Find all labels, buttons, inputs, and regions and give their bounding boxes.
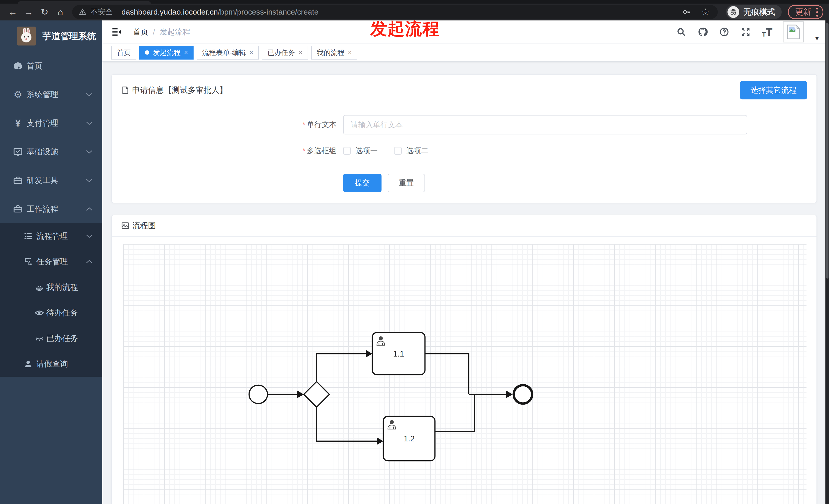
breadcrumb-current: 发起流程 [159,27,190,37]
chevron-down-icon [86,150,93,154]
back-icon[interactable]: ← [6,5,20,19]
app-header: 首页 / 发起流程 TT ▼ [102,21,829,43]
diagram-card-header: 流程图 [112,215,817,237]
person-icon [22,359,35,369]
app-logo-image [17,27,36,45]
checkbox-icon[interactable] [394,147,402,155]
diagram-card-title: 流程图 [132,220,156,231]
font-size-icon[interactable]: TT [761,26,773,38]
close-icon[interactable]: × [299,49,302,56]
home-icon[interactable]: ⌂ [53,5,68,19]
submit-button[interactable]: 提交 [343,174,382,192]
annotation-text: 发起流程 [370,17,440,40]
checkbox-option-1[interactable]: 选项一 [343,146,378,156]
incognito-badge: 无痕模式 [726,5,782,19]
avatar[interactable] [783,22,804,42]
reset-button[interactable]: 重置 [388,174,425,192]
incognito-label: 无痕模式 [743,7,775,17]
fullscreen-icon[interactable] [740,26,751,38]
omnibox-divider [117,8,117,16]
chevron-up-icon [86,207,93,211]
sidebar-item-todo-tasks[interactable]: 待办任务 [0,300,102,325]
checkbox-option-2[interactable]: 选项二 [394,146,429,156]
tag-form-edit[interactable]: 流程表单-编辑 × [196,46,259,60]
bpmn-canvas: 1.1 1.2 [123,237,806,504]
sidebar-item-system[interactable]: ⚙ 系统管理 [0,80,102,109]
tag-my-process[interactable]: 我的流程 × [311,46,358,60]
application-form-card: 申请信息【测试多审批人】 选择其它流程 *单行文本 *多选框组 选项一 选项二 [111,74,817,203]
browser-tab-strip [0,0,829,4]
reload-icon[interactable]: ↻ [37,5,52,19]
sidebar-item-task-mgmt[interactable]: 任务管理 [0,249,102,274]
close-icon[interactable]: × [348,49,352,56]
breadcrumb: 首页 / 发起流程 [133,27,190,37]
sidebar-item-payment[interactable]: ¥ 支付管理 [0,109,102,138]
sidebar-item-workflow[interactable]: 工作流程 [0,195,102,223]
image-icon [121,221,130,230]
branch-icon [22,257,35,267]
briefcase-icon [11,204,25,214]
bpmn-end-event [514,385,532,403]
browser-active-tab[interactable] [18,1,151,4]
chevron-down-icon [86,179,93,183]
choose-other-process-button[interactable]: 选择其它流程 [740,81,807,100]
sidebar-collapse-icon[interactable] [111,26,122,38]
tags-view-bar: 首页 发起流程 × 流程表单-编辑 × 已办任务 × 我的流程 × [102,43,829,62]
close-icon[interactable]: × [184,49,188,56]
breadcrumb-separator: / [153,28,155,36]
not-secure-warning-icon [79,8,86,16]
bpmn-start-event [249,385,267,403]
single-text-input[interactable] [343,115,747,134]
page-scrollbar[interactable] [825,21,829,504]
field-label-checkbox-group: *多选框组 [112,146,343,156]
forward-icon[interactable]: → [22,5,36,19]
main-content: 申请信息【测试多审批人】 选择其它流程 *单行文本 *多选框组 选项一 选项二 [102,62,829,504]
document-icon [121,86,130,94]
browser-update-button[interactable]: 更新 [788,5,823,19]
bpmn-parallel-gateway [304,382,329,407]
form-card-header: 申请信息【测试多审批人】 选择其它流程 [112,75,817,106]
browser-menu-icon[interactable] [816,8,818,16]
help-icon[interactable] [719,26,730,38]
sidebar-item-home[interactable]: 首页 [0,52,102,80]
chevron-up-icon [86,260,93,264]
sidebar-item-process-mgmt[interactable]: 流程管理 [0,223,102,249]
toolbox-icon [11,175,25,186]
face-icon [33,282,46,292]
chevron-down-icon [86,121,93,125]
bookmark-star-icon[interactable]: ☆ [700,6,711,17]
tag-done-tasks[interactable]: 已办任务 × [262,46,308,60]
monitor-check-icon [11,147,25,157]
update-label: 更新 [795,7,811,17]
sidebar-item-devtools[interactable]: 研发工具 [0,166,102,195]
breadcrumb-home[interactable]: 首页 [133,27,148,37]
required-marker: * [302,147,305,155]
workflow-submenu: 流程管理 任务管理 我的流程 待办任务 [0,223,102,377]
gear-icon: ⚙ [11,89,25,100]
chevron-down-icon [86,234,93,238]
bpmn-grid: 1.1 1.2 [123,244,806,504]
sidebar-item-done-tasks[interactable]: 已办任务 [0,325,102,351]
github-icon[interactable] [697,26,708,38]
key-icon[interactable] [681,6,692,17]
field-label-single-text: *单行文本 [112,120,343,130]
avatar-dropdown-caret[interactable]: ▼ [814,35,820,42]
sidebar: 芋道管理系统 首页 ⚙ 系统管理 ¥ 支付管理 基础设施 [0,21,102,504]
scrollbar-thumb[interactable] [826,23,828,279]
task2-label: 1.2 [403,434,414,443]
tag-start-process[interactable]: 发起流程 × [139,46,193,60]
close-icon[interactable]: × [250,49,253,56]
sidebar-item-leave-query[interactable]: 请假查询 [0,351,102,377]
incognito-icon [727,6,739,18]
security-label: 不安全 [91,7,113,17]
checkbox-icon[interactable] [343,147,351,155]
sidebar-item-infra[interactable]: 基础设施 [0,138,102,166]
form-card-title: 申请信息【测试多审批人】 [132,85,227,95]
required-marker: * [302,120,305,128]
tag-home[interactable]: 首页 [111,46,136,60]
search-icon[interactable] [676,26,687,38]
checkbox-group: 选项一 选项二 [343,146,429,156]
sidebar-item-my-process[interactable]: 我的流程 [0,274,102,300]
task1-label: 1.1 [393,349,404,358]
url-bar[interactable]: 不安全 dashboard.yudao.iocoder.cn/bpm/proce… [72,5,718,19]
